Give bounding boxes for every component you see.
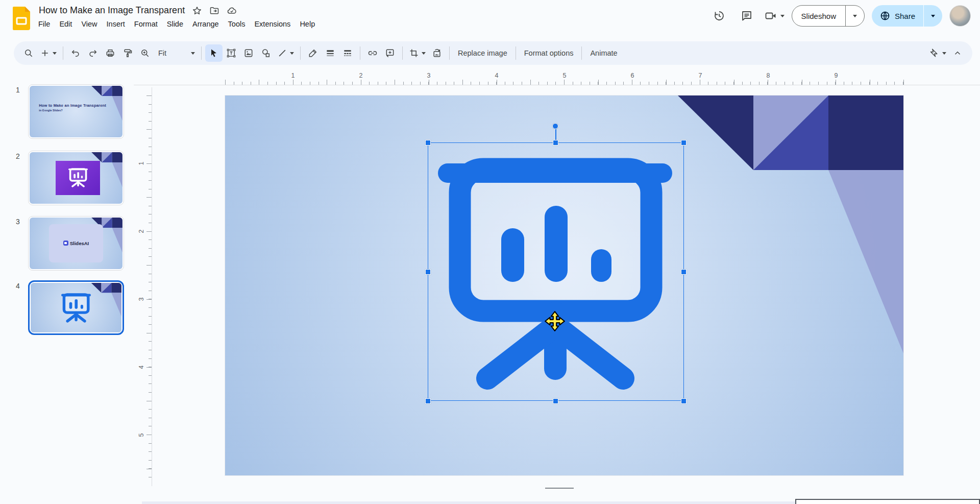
presentation-chart-icon: [68, 168, 88, 187]
slidesai-logo-icon: [63, 241, 68, 246]
handle-top-left[interactable]: [425, 140, 431, 146]
cloud-saved-icon[interactable]: [227, 6, 237, 16]
bottom-panel-edge: [142, 501, 795, 504]
insert-line-button[interactable]: [275, 44, 297, 62]
handle-top-right[interactable]: [681, 140, 687, 146]
format-options-button[interactable]: Format options: [520, 44, 578, 62]
border-dash-button[interactable]: [339, 44, 356, 62]
move-cursor-icon: [544, 310, 566, 332]
zoom-button[interactable]: [136, 44, 154, 62]
menu-view[interactable]: View: [77, 18, 102, 30]
border-weight-button[interactable]: [322, 44, 339, 62]
slide-3-thumbnail[interactable]: SlidesAI: [28, 216, 124, 271]
move-folder-icon[interactable]: [209, 6, 219, 16]
thumb-1-title: How to Make an Image Transparent: [39, 103, 118, 108]
slide-4-thumbnail-selected[interactable]: [28, 280, 124, 335]
handle-mid-right[interactable]: [681, 269, 687, 275]
hide-menus-button[interactable]: [949, 44, 966, 62]
slide-3-number: 3: [13, 218, 22, 226]
redo-button[interactable]: [84, 44, 102, 62]
menu-slide[interactable]: Slide: [162, 18, 188, 30]
slideshow-caret[interactable]: [846, 6, 864, 26]
insert-link-button[interactable]: [364, 44, 381, 62]
editing-mode-button[interactable]: [927, 44, 949, 62]
slides-logo[interactable]: [13, 7, 30, 30]
handle-mid-left[interactable]: [425, 269, 431, 275]
fit-caret: [191, 52, 195, 55]
slideshow-button[interactable]: Slideshow: [792, 6, 845, 26]
share-split-button: Share: [872, 5, 942, 27]
selection-bounding-box: [428, 142, 684, 401]
topbar: How to Make an Image Transparent File Ed…: [0, 0, 980, 40]
text-box-tool-button[interactable]: [223, 44, 240, 62]
select-tool-button[interactable]: [205, 44, 223, 62]
crop-image-button[interactable]: [406, 44, 428, 62]
rotate-handle[interactable]: [552, 123, 558, 129]
handle-bottom-right[interactable]: [681, 398, 687, 404]
line-caret: [290, 52, 294, 55]
paint-format-button[interactable]: [119, 44, 136, 62]
editing-mode-caret: [942, 52, 946, 55]
replace-image-button[interactable]: Replace image: [453, 44, 512, 62]
menu-edit[interactable]: Edit: [55, 18, 77, 30]
slidesai-logo-text: SlidesAI: [70, 241, 89, 246]
meet-caret-icon: [780, 15, 785, 17]
animate-button[interactable]: Animate: [585, 44, 622, 62]
clipped-caption-box: [795, 499, 980, 504]
share-caret[interactable]: [924, 5, 942, 27]
new-slide-button[interactable]: [37, 44, 59, 62]
meet-join-button[interactable]: [764, 10, 785, 22]
menubar: File Edit View Insert Format Slide Arran…: [34, 18, 320, 30]
zoom-fit-select[interactable]: Fit: [154, 44, 198, 62]
thumb-2-purple-image: [56, 161, 100, 195]
presentation-chart-icon: [61, 293, 91, 323]
handle-bottom-center[interactable]: [553, 398, 558, 404]
globe-icon: [880, 11, 890, 21]
menu-insert[interactable]: Insert: [102, 18, 130, 30]
menu-help[interactable]: Help: [295, 18, 320, 30]
menu-arrange[interactable]: Arrange: [188, 18, 224, 30]
slide-4-number: 4: [13, 282, 22, 290]
slide-1-thumbnail[interactable]: How to Make an Image Transparent in Goog…: [28, 84, 124, 139]
menu-format[interactable]: Format: [130, 18, 162, 30]
slide-1-number: 1: [13, 86, 22, 94]
star-icon[interactable]: [192, 6, 202, 16]
toolbar: Fit Replace image Format opt: [14, 41, 972, 65]
handle-top-center[interactable]: [553, 140, 558, 146]
print-button[interactable]: [102, 44, 119, 62]
menu-file[interactable]: File: [34, 18, 55, 30]
insert-image-button[interactable]: [240, 44, 257, 62]
account-avatar[interactable]: [949, 5, 971, 27]
add-comment-button[interactable]: [381, 44, 399, 62]
undo-button[interactable]: [67, 44, 84, 62]
slideshow-split-button: Slideshow: [792, 5, 865, 27]
handle-bottom-left[interactable]: [425, 398, 431, 404]
slide-2-thumbnail[interactable]: [28, 151, 124, 205]
insert-shape-button[interactable]: [257, 44, 275, 62]
notes-resize-handle[interactable]: [545, 488, 574, 489]
thumb-1-subtitle: in Google Slides?: [39, 109, 118, 112]
new-slide-caret: [53, 52, 57, 55]
menu-extensions[interactable]: Extensions: [250, 18, 295, 30]
comments-icon[interactable]: [737, 6, 757, 26]
version-history-icon[interactable]: [709, 6, 729, 26]
menu-tools[interactable]: Tools: [224, 18, 250, 30]
reset-image-button[interactable]: [428, 44, 446, 62]
border-color-button[interactable]: [304, 44, 322, 62]
search-menus-button[interactable]: [20, 44, 37, 62]
doc-title[interactable]: How to Make an Image Transparent: [39, 5, 185, 16]
mask-image-caret: [422, 52, 426, 55]
share-button[interactable]: Share: [872, 5, 923, 27]
slide-2-number: 2: [13, 152, 22, 160]
